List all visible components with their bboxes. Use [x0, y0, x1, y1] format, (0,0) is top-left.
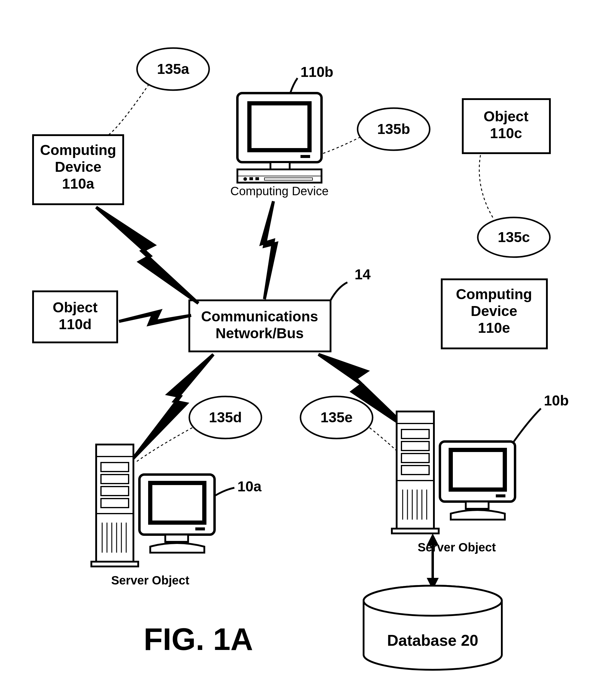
svg-marker-10 — [96, 207, 198, 303]
object-110c-line1: Object — [484, 108, 528, 124]
ref-10b-label: 10b — [544, 393, 569, 409]
svg-rect-17 — [101, 462, 129, 472]
database-icon — [364, 586, 502, 670]
svg-rect-8 — [255, 177, 259, 180]
svg-marker-11 — [119, 311, 191, 324]
svg-rect-7 — [249, 177, 253, 180]
svg-rect-30 — [150, 483, 204, 523]
svg-rect-1 — [249, 103, 310, 150]
svg-marker-52 — [427, 534, 439, 545]
object-110c-line2: 110c — [490, 125, 522, 141]
computing-device-110e-line2: Device — [471, 303, 517, 319]
svg-rect-49 — [496, 494, 505, 497]
bolt-110a-to-net — [96, 207, 198, 303]
ellipse-135c-label: 135c — [498, 229, 530, 245]
computing-device-110a-line3: 110a — [62, 176, 94, 192]
ellipse-135d-label: 135d — [209, 409, 241, 425]
svg-rect-31 — [195, 527, 205, 531]
ref-110b-label: 110b — [300, 64, 333, 80]
object-110d-line2: 110d — [59, 316, 91, 332]
ellipse-135e-label: 135e — [321, 409, 353, 425]
svg-rect-18 — [101, 475, 129, 483]
svg-rect-20 — [101, 499, 129, 507]
svg-rect-32 — [165, 535, 188, 542]
dotted-135a-to-110a — [108, 84, 149, 135]
computing-device-110a-line1: Computing — [40, 142, 116, 158]
svg-point-55 — [364, 586, 502, 616]
object-110d-line1: Object — [52, 299, 97, 316]
arrow-server10b-to-db — [427, 534, 439, 590]
svg-rect-38 — [401, 466, 429, 475]
ref-10b-leader — [514, 409, 541, 441]
svg-rect-2 — [300, 155, 310, 158]
svg-rect-35 — [401, 430, 429, 438]
svg-rect-19 — [101, 486, 129, 496]
ref-14-leader — [331, 282, 347, 300]
svg-rect-28 — [91, 562, 138, 566]
computing-device-110e-line3: 110e — [478, 320, 510, 336]
svg-rect-37 — [401, 454, 429, 462]
server-object-10b-icon — [392, 411, 515, 534]
dotted-135b-to-110b — [319, 137, 361, 155]
dotted-135c-to-110c — [479, 153, 493, 217]
svg-rect-36 — [401, 441, 429, 451]
server-object-10a-caption: Server Object — [111, 574, 189, 587]
database-label: Database 20 — [387, 632, 479, 649]
svg-marker-12 — [261, 201, 276, 299]
network-bus-line2: Network/Bus — [215, 325, 303, 341]
server-object-10a-icon — [91, 445, 215, 566]
svg-rect-48 — [451, 450, 505, 490]
computing-device-110a-line2: Device — [55, 159, 102, 175]
computing-device-110b-caption: Computing Device — [231, 185, 329, 198]
bolt-110b-to-net — [261, 201, 276, 299]
svg-rect-46 — [392, 528, 439, 534]
ref-10a-leader — [215, 488, 234, 496]
computing-device-110b-icon — [237, 93, 321, 182]
ellipse-135a-label: 135a — [157, 61, 189, 77]
computing-device-110e-line1: Computing — [456, 286, 532, 302]
figure-label: FIG. 1A — [144, 622, 253, 656]
ref-110b-leader — [290, 78, 297, 93]
network-bus-line1: Communications — [201, 308, 318, 324]
ref-10a-label: 10a — [237, 478, 261, 494]
ref-14-label: 14 — [355, 266, 371, 282]
svg-rect-50 — [466, 502, 489, 509]
svg-rect-3 — [271, 162, 290, 169]
svg-point-6 — [243, 177, 247, 181]
bolt-110d-to-net — [119, 311, 191, 324]
ellipse-135b-label: 135b — [377, 121, 410, 137]
